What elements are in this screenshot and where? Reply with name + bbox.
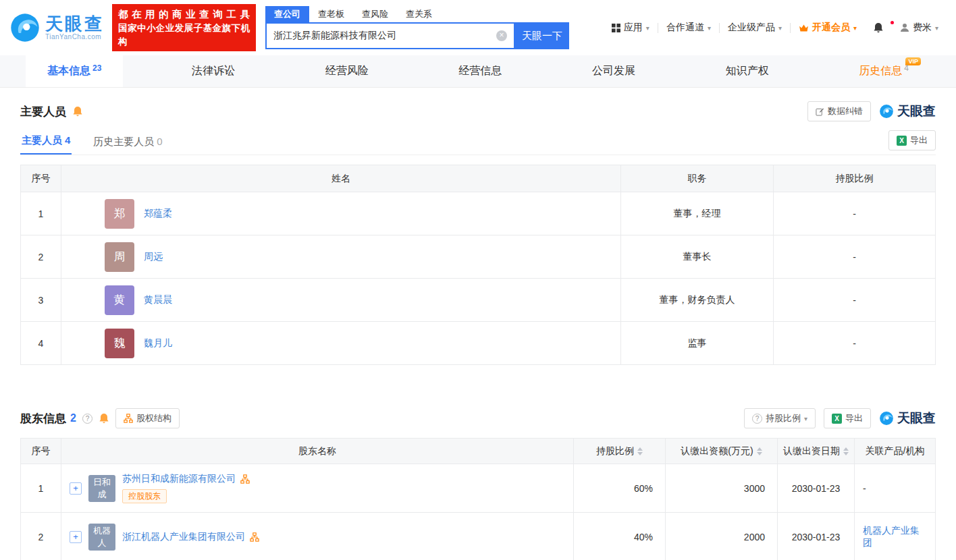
position-cell: 董事，财务负责人: [621, 279, 774, 322]
section-watermark-logo: 天眼查: [879, 103, 936, 120]
col-header-amount[interactable]: 认缴出资额(万元): [666, 439, 778, 464]
col-header-position: 职务: [621, 165, 774, 192]
subtab-current-staff[interactable]: 主要人员4: [20, 128, 72, 155]
help-icon[interactable]: ?: [82, 414, 92, 424]
amount-cell: 3000: [666, 464, 778, 513]
person-name-link[interactable]: 郑蕴柔: [144, 208, 172, 220]
nav-enterprise-products[interactable]: 企业级产品 ▾: [720, 22, 790, 34]
controlling-shareholder-tag: 控股股东: [122, 489, 167, 503]
search-tab-risk[interactable]: 查风险: [353, 6, 397, 22]
col-header-ratio[interactable]: 持股比例: [574, 439, 666, 464]
col-header-no: 序号: [21, 165, 61, 192]
person-name-link[interactable]: 魏月儿: [144, 337, 172, 349]
table-row: 1 郑 郑蕴柔 董事，经理 -: [21, 192, 936, 235]
promo-banner: 都在用的商业查询工具 国家中小企业发展子基金旗下机构: [112, 4, 256, 51]
equity-structure-icon[interactable]: [250, 532, 259, 542]
data-correction-button[interactable]: 数据纠错: [807, 101, 871, 121]
avatar: 周: [105, 242, 134, 272]
table-row: 2 + 机器人 浙江机器人产业集团有限公司: [21, 513, 936, 560]
section-title-staff: 主要人员: [20, 104, 66, 119]
position-cell: 董事，经理: [621, 192, 774, 235]
brand-name: 天眼查: [45, 15, 104, 33]
search-tab-company[interactable]: 查公司: [265, 6, 309, 22]
tab-intellectual-property[interactable]: 知识产权: [704, 55, 791, 87]
position-cell: 董事长: [621, 235, 774, 279]
shareholders-table: 序号 股东名称 持股比例 认缴出资额(万元) 认缴出资日期 关联产品/机构: [20, 438, 936, 560]
table-row: 3 黄 黄晨晨 董事，财务负责人 -: [21, 279, 936, 322]
col-header-ratio: 持股比例: [774, 165, 936, 192]
tab-operating-info[interactable]: 经营信息: [437, 55, 523, 87]
user-icon: [900, 23, 909, 32]
nav-cooperation[interactable]: 合作通道 ▾: [658, 22, 719, 34]
subtab-history-staff[interactable]: 历史主要人员0: [92, 130, 163, 155]
col-header-no: 序号: [21, 439, 61, 464]
col-header-shareholder: 股东名称: [61, 439, 574, 464]
company-detail-tabbar: 基本信息 23 法律诉讼 经营风险 经营信息 公司发展 知识产权 VIP 历史信…: [0, 55, 956, 88]
shareholder-name-link[interactable]: 苏州日和成新能源有限公司: [122, 473, 236, 485]
tianyancha-logo-icon: [9, 12, 41, 43]
equity-structure-button[interactable]: 股权结构: [115, 408, 180, 428]
tab-basic-info[interactable]: 基本信息 23: [26, 55, 123, 87]
sort-icon[interactable]: [843, 445, 849, 458]
table-row: 1 + 日和成 苏州日和成新能源有限公司: [21, 464, 936, 513]
promo-line-1: 都在用的商业查询工具: [118, 7, 250, 22]
col-header-related: 关联产品/机构: [855, 439, 936, 464]
monitor-bell-icon[interactable]: [99, 413, 109, 424]
nav-notifications[interactable]: [865, 22, 892, 33]
ratio-filter-button[interactable]: ? 持股比例 ▾: [744, 408, 816, 428]
search-button[interactable]: 天眼一下: [515, 22, 569, 49]
expand-icon[interactable]: +: [70, 482, 82, 495]
bell-icon: [873, 22, 884, 33]
tab-legal-proceedings[interactable]: 法律诉讼: [170, 55, 257, 87]
key-personnel-table: 序号 姓名 职务 持股比例 1 郑 郑蕴柔 董事，经理 -: [20, 165, 936, 365]
search-tab-relation[interactable]: 查关系: [397, 6, 441, 22]
tab-operating-risk[interactable]: 经营风险: [304, 55, 390, 87]
col-header-name: 姓名: [61, 165, 621, 192]
search-tab-boss[interactable]: 查老板: [309, 6, 353, 22]
ratio-cell: -: [774, 279, 936, 322]
nav-apps[interactable]: 应用 ▾: [604, 22, 658, 34]
related-cell: -: [855, 464, 936, 513]
table-row: 2 周 周远 董事长 -: [21, 235, 936, 279]
shareholder-name-link[interactable]: 浙江机器人产业集团有限公司: [122, 531, 245, 543]
nav-open-membership[interactable]: 开通会员 ▾: [791, 22, 865, 34]
sort-icon[interactable]: [637, 445, 643, 458]
export-button[interactable]: X 导出: [824, 408, 871, 428]
equity-structure-icon[interactable]: [240, 474, 250, 484]
tianyancha-logo[interactable]: 天眼查 TianYanCha.com: [9, 12, 104, 43]
search-area: 查公司 查老板 查风险 查关系 × 天眼一下: [265, 6, 569, 49]
tab-history-info[interactable]: VIP 历史信息 4: [837, 55, 930, 87]
equity-structure-icon: [124, 414, 133, 423]
key-personnel-section: 主要人员 数据纠错 天眼查: [20, 101, 936, 365]
person-name-link[interactable]: 黄晨晨: [144, 294, 172, 306]
expand-icon[interactable]: +: [70, 531, 82, 543]
col-header-date[interactable]: 认缴出资日期: [778, 439, 855, 464]
search-input[interactable]: [273, 30, 496, 41]
nav-user-menu[interactable]: 费米 ▾: [892, 22, 947, 34]
avatar: 魏: [105, 329, 134, 358]
section-watermark-logo: 天眼查: [879, 410, 936, 427]
avatar: 日和成: [88, 475, 115, 502]
ratio-cell: 40%: [574, 513, 666, 560]
sort-icon[interactable]: [757, 445, 762, 458]
chevron-down-icon: ▾: [853, 24, 857, 32]
avatar: 机器人: [88, 524, 115, 551]
table-header-row: 序号 姓名 职务 持股比例: [21, 165, 936, 192]
tab-company-development[interactable]: 公司发展: [570, 55, 657, 87]
person-name-link[interactable]: 周远: [144, 251, 163, 263]
export-button[interactable]: X 导出: [888, 130, 936, 150]
avatar: 郑: [105, 199, 134, 229]
clear-search-icon[interactable]: ×: [496, 30, 507, 41]
monitor-bell-icon[interactable]: [72, 106, 83, 117]
ratio-cell: -: [774, 322, 936, 365]
shareholders-section: 股东信息 2 ? 股权结构 ? 持股比例 ▾: [20, 408, 936, 560]
related-product-link[interactable]: 机器人产业集团: [863, 525, 920, 548]
apps-grid-icon: [612, 24, 620, 32]
top-header: 天眼查 TianYanCha.com 都在用的商业查询工具 国家中小企业发展子基…: [0, 0, 956, 55]
crown-icon: [799, 24, 809, 32]
chevron-down-icon: ▾: [646, 24, 649, 32]
search-tabs: 查公司 查老板 查风险 查关系: [265, 6, 569, 22]
chevron-down-icon: ▾: [935, 24, 938, 32]
ratio-cell: 60%: [574, 464, 666, 513]
tianyancha-logo-icon: [879, 104, 894, 119]
